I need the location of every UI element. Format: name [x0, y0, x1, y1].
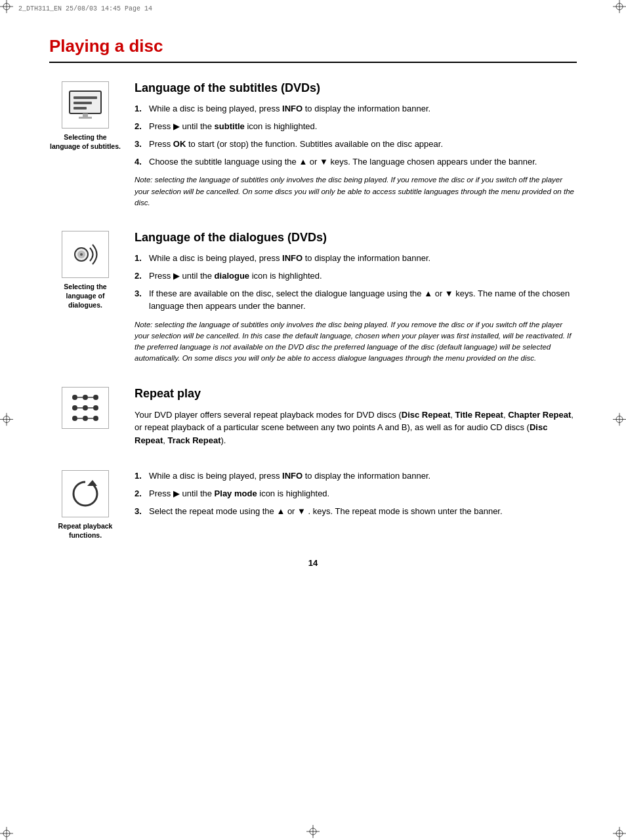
corner-mark-tr: [613, 0, 626, 13]
step-item: 3. If these are available on the disc, s…: [135, 288, 577, 313]
step-text: While a disc is being played, press INFO…: [149, 103, 577, 115]
header-meta: 2_DTH311_EN 25/08/03 14:45 Page 14: [18, 5, 152, 12]
step-text: Select the repeat mode using the ▲ or ▼ …: [149, 506, 577, 518]
svg-point-34: [93, 395, 98, 400]
section-dialogues: Selecting the language of dialogues. Lan…: [49, 231, 577, 368]
main-content: Playing a disc Selecting the language of…: [0, 0, 626, 607]
step-num: 4.: [135, 156, 149, 169]
repeat-steps: 1. While a disc is being played, press I…: [135, 470, 577, 518]
step-text: While a disc is being played, press INFO…: [149, 252, 577, 265]
page-number: 14: [49, 558, 577, 568]
dialogues-note: Note: selecting the language of subtitle…: [135, 319, 577, 365]
step-text: Press ▶ until the subtitle icon is highl…: [149, 121, 577, 133]
corner-mark-bl: [0, 827, 13, 840]
svg-marker-45: [87, 480, 97, 486]
step-item: 3. Select the repeat mode using the ▲ or…: [135, 506, 577, 518]
step-text: Press ▶ until the dialogue icon is highl…: [149, 270, 577, 283]
step-item: 3. Press OK to start (or stop) the funct…: [135, 138, 577, 151]
subtitles-caption: Selecting the language of subtitles.: [49, 132, 121, 151]
svg-point-29: [80, 253, 83, 256]
bottom-mark: [306, 825, 320, 840]
step-item: 1. While a disc is being played, press I…: [135, 103, 577, 115]
svg-rect-23: [73, 102, 92, 104]
svg-point-39: [93, 405, 98, 410]
step-num: 1.: [135, 252, 149, 265]
side-mark-left: [0, 412, 13, 428]
section-dialogues-left: Selecting the language of dialogues.: [49, 231, 121, 368]
section-subtitles-right: Language of the subtitles (DVDs) 1. Whil…: [135, 81, 577, 212]
step-num: 2.: [135, 121, 149, 133]
repeat-playback-left: Repeat playback functions.: [49, 470, 121, 540]
step-item: 2. Press ▶ until the dialogue icon is hi…: [135, 270, 577, 283]
step-item: 2. Press ▶ until the subtitle icon is hi…: [135, 121, 577, 133]
subtitles-heading: Language of the subtitles (DVDs): [135, 81, 577, 95]
corner-mark-br: [613, 827, 626, 840]
step-item: 2. Press ▶ until the Play mode icon is h…: [135, 488, 577, 500]
step-text: Choose the subtitle language using the ▲…: [149, 156, 577, 169]
repeat-intro: Your DVD player offers several repeat pl…: [135, 409, 577, 447]
repeat-heading: Repeat play: [135, 387, 577, 401]
svg-rect-26: [79, 117, 92, 119]
page-title: Playing a disc: [49, 36, 577, 63]
section-repeat: Repeat play Your DVD player offers sever…: [49, 387, 577, 540]
repeat-right: Repeat play Your DVD player offers sever…: [135, 387, 577, 455]
step-item: 1. While a disc is being played, press I…: [135, 470, 577, 483]
step-text: If these are available on the disc, sele…: [149, 288, 577, 313]
step-num: 1.: [135, 470, 149, 483]
repeat-steps-row: Repeat playback functions. 1. While a di…: [49, 470, 577, 540]
side-mark-right: [613, 412, 626, 428]
step-num: 2.: [135, 270, 149, 283]
step-num: 3.: [135, 288, 149, 313]
subtitles-note: Note: selecting the language of subtitle…: [135, 174, 577, 209]
svg-point-37: [83, 405, 88, 410]
subtitles-icon: [62, 81, 109, 129]
dialogues-caption: Selecting the language of dialogues.: [49, 282, 121, 310]
repeat-grid-icon: [62, 387, 109, 429]
svg-point-32: [83, 395, 88, 400]
dialogues-steps: 1. While a disc is being played, press I…: [135, 252, 577, 312]
repeat-steps-right: 1. While a disc is being played, press I…: [135, 470, 577, 540]
svg-point-35: [72, 405, 77, 410]
step-item: 4. Choose the subtitle language using th…: [135, 156, 577, 169]
section-subtitles-left: Selecting the language of subtitles.: [49, 81, 121, 212]
repeat-icons-left: [49, 387, 121, 455]
step-num: 1.: [135, 103, 149, 115]
corner-mark-tl: [0, 0, 13, 13]
subtitles-steps: 1. While a disc is being played, press I…: [135, 103, 577, 168]
svg-point-30: [72, 395, 77, 400]
svg-rect-22: [73, 96, 97, 99]
dialogues-heading: Language of the dialogues (DVDs): [135, 231, 577, 245]
svg-rect-24: [73, 107, 87, 110]
step-text: While a disc is being played, press INFO…: [149, 470, 577, 483]
section-dialogues-right: Language of the dialogues (DVDs) 1. Whil…: [135, 231, 577, 368]
svg-point-40: [72, 416, 77, 421]
step-text: Press ▶ until the Play mode icon is high…: [149, 488, 577, 500]
dialogues-icon: [62, 231, 109, 278]
section-subtitles: Selecting the language of subtitles. Lan…: [49, 81, 577, 212]
step-num: 3.: [135, 138, 149, 151]
repeat-playback-caption: Repeat playback functions.: [49, 521, 121, 540]
step-item: 1. While a disc is being played, press I…: [135, 252, 577, 265]
repeat-playback-icon: [62, 470, 109, 517]
step-text: Press OK to start (or stop) the function…: [149, 138, 577, 151]
svg-point-42: [83, 416, 88, 421]
step-num: 3.: [135, 506, 149, 518]
repeat-top: Repeat play Your DVD player offers sever…: [49, 387, 577, 455]
step-num: 2.: [135, 488, 149, 500]
svg-point-44: [93, 416, 98, 421]
